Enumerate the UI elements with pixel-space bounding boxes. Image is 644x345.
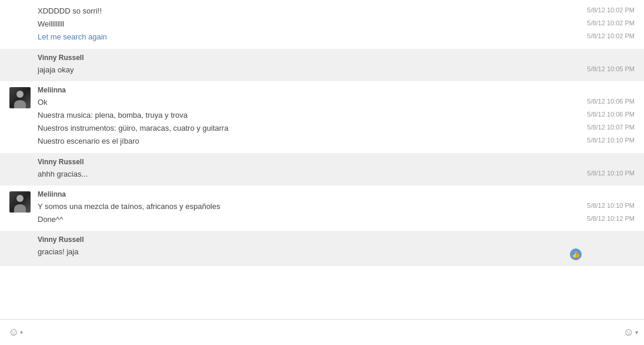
message-timestamp: 5/8/12 10:02 PM xyxy=(570,6,635,14)
message-timestamp: 5/8/12 10:06 PM xyxy=(570,110,635,118)
message-timestamp: 5/8/12 10:10 PM xyxy=(570,201,635,209)
message-line: Nuestro escenario es el jíbaro5/8/12 10:… xyxy=(38,135,635,148)
message-text: gracias! jaja xyxy=(38,247,558,257)
message-group-group5: MeliinnaY somos una mezcla de taínos, af… xyxy=(0,185,644,231)
message-line: Y somos una mezcla de taínos, africanos … xyxy=(38,200,635,213)
emoji-icon: ☺ xyxy=(8,326,19,339)
message-timestamp: 5/8/12 10:05 PM xyxy=(570,65,635,72)
message-timestamp: 5/8/12 10:02 PM xyxy=(570,32,635,39)
messages-col: MeliinnaY somos una mezcla de taínos, af… xyxy=(38,190,635,226)
message-timestamp: 5/8/12 10:12 PM xyxy=(570,214,635,222)
message-text: ahhh gracias... xyxy=(38,169,558,180)
message-line: Nuestros instrumentos: güiro, maracas, c… xyxy=(38,122,635,135)
message-group-group4: Vinny Russellahhh gracias...5/8/12 10:10… xyxy=(0,153,644,185)
message-line: Ok5/8/12 10:06 PM xyxy=(38,96,635,109)
emoji-button[interactable]: ☺ ▾ xyxy=(6,325,25,340)
message-text: Nuestra musica: plena, bomba, truya y tr… xyxy=(38,110,558,121)
sender-name: Meliinna xyxy=(38,86,635,94)
avatar-col xyxy=(9,235,38,237)
sender-name: Vinny Russell xyxy=(38,235,635,244)
message-group-group6: Vinny Russellgracias! jaja👍 xyxy=(0,231,644,266)
message-line: Let me search again5/8/12 10:02 PM xyxy=(38,31,635,44)
avatar-col xyxy=(9,54,38,55)
message-text: Done^^ xyxy=(38,214,558,225)
message-line: Welllllllll5/8/12 10:02 PM xyxy=(38,18,635,31)
chat-input[interactable] xyxy=(30,328,618,337)
messages-col: MeliinnaOk5/8/12 10:06 PMNuestra musica:… xyxy=(38,86,635,148)
message-text: Nuestro escenario es el jíbaro xyxy=(38,136,558,147)
message-line: XDDDDD so sorri!!5/8/12 10:02 PM xyxy=(38,5,635,18)
messages-col: XDDDDD so sorri!!5/8/12 10:02 PMWellllll… xyxy=(38,5,635,44)
message-line: Done^^5/8/12 10:12 PM xyxy=(38,213,635,226)
like-button[interactable]: 👍 xyxy=(570,248,582,260)
messages-col: Vinny Russellahhh gracias...5/8/12 10:10… xyxy=(38,158,635,181)
message-group-group3: MeliinnaOk5/8/12 10:06 PMNuestra musica:… xyxy=(0,81,644,153)
message-text: Nuestros instrumentos: güiro, maracas, c… xyxy=(38,123,558,134)
message-text: XDDDDD so sorri!! xyxy=(38,6,558,16)
message-timestamp: 5/8/12 10:10 PM xyxy=(570,136,635,144)
avatar xyxy=(9,87,31,108)
messages-col: Vinny Russellgracias! jaja👍 xyxy=(38,235,635,261)
input-area: ☺ ▾ ☺ ▾ xyxy=(0,319,644,345)
emoji-dropdown-arrow: ▾ xyxy=(20,329,23,336)
avatar-col xyxy=(9,190,38,213)
sender-name: Vinny Russell xyxy=(38,54,635,62)
send-smiley-button[interactable]: ☺ ▾ xyxy=(623,326,638,339)
message-text: Let me search again xyxy=(38,32,558,42)
send-smiley-icon: ☺ xyxy=(623,326,634,339)
message-text: Welllllllll xyxy=(38,19,558,29)
avatar-col xyxy=(9,5,38,6)
message-group-group2: Vinny Russelljajaja okay5/8/12 10:05 PM xyxy=(0,49,644,81)
message-timestamp: 5/8/12 10:02 PM xyxy=(570,19,635,26)
avatar xyxy=(9,191,31,213)
send-dropdown-arrow: ▾ xyxy=(635,329,638,336)
chat-container: XDDDDD so sorri!!5/8/12 10:02 PMWellllll… xyxy=(0,0,644,319)
message-timestamp: 5/8/12 10:10 PM xyxy=(570,169,635,177)
messages-col: Vinny Russelljajaja okay5/8/12 10:05 PM xyxy=(38,54,635,77)
message-timestamp: 👍 xyxy=(570,247,635,260)
sender-name: Vinny Russell xyxy=(38,158,635,166)
avatar-col xyxy=(9,158,38,159)
message-text: Ok xyxy=(38,97,558,108)
message-line: ahhh gracias...5/8/12 10:10 PM xyxy=(38,168,635,181)
message-timestamp: 5/8/12 10:06 PM xyxy=(570,97,635,105)
sender-name: Meliinna xyxy=(38,190,635,198)
message-text: Y somos una mezcla de taínos, africanos … xyxy=(38,201,558,212)
message-line: gracias! jaja👍 xyxy=(38,246,635,261)
message-group-group1: XDDDDD so sorri!!5/8/12 10:02 PMWellllll… xyxy=(0,0,644,49)
message-timestamp: 5/8/12 10:07 PM xyxy=(570,123,635,131)
message-line: Nuestra musica: plena, bomba, truya y tr… xyxy=(38,109,635,122)
message-line: jajaja okay5/8/12 10:05 PM xyxy=(38,64,635,77)
message-text: jajaja okay xyxy=(38,65,558,75)
avatar-col xyxy=(9,86,38,108)
